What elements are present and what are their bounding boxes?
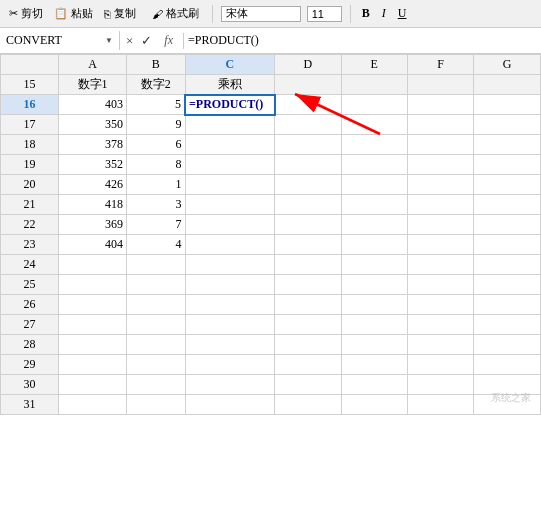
cell[interactable] <box>474 335 541 355</box>
cell[interactable] <box>185 335 275 355</box>
row-header-22[interactable]: 22 <box>1 215 59 235</box>
cell[interactable] <box>185 195 275 215</box>
cell[interactable]: 3 <box>126 195 185 215</box>
cell[interactable]: 418 <box>59 195 127 215</box>
cell[interactable] <box>59 275 127 295</box>
col-header-D[interactable]: D <box>275 55 342 75</box>
cell[interactable] <box>126 255 185 275</box>
row-header-27[interactable]: 27 <box>1 315 59 335</box>
cell[interactable] <box>474 235 541 255</box>
cell[interactable] <box>275 175 342 195</box>
row-header-21[interactable]: 21 <box>1 195 59 215</box>
cell[interactable] <box>407 375 473 395</box>
cell[interactable]: 352 <box>59 155 127 175</box>
row-header-26[interactable]: 26 <box>1 295 59 315</box>
cell[interactable] <box>275 215 342 235</box>
cell[interactable] <box>407 175 473 195</box>
cell[interactable] <box>407 295 473 315</box>
cell[interactable] <box>474 175 541 195</box>
cell[interactable] <box>185 215 275 235</box>
cell[interactable] <box>341 155 407 175</box>
cell[interactable] <box>474 275 541 295</box>
row-header-18[interactable]: 18 <box>1 135 59 155</box>
cell[interactable] <box>185 295 275 315</box>
row-header-20[interactable]: 20 <box>1 175 59 195</box>
font-size-input[interactable] <box>307 6 342 22</box>
cell[interactable] <box>275 355 342 375</box>
cell[interactable] <box>407 235 473 255</box>
cell[interactable] <box>474 195 541 215</box>
col-header-A[interactable]: A <box>59 55 127 75</box>
row-header-16[interactable]: 16 <box>1 95 59 115</box>
cell[interactable] <box>126 275 185 295</box>
cell[interactable] <box>341 375 407 395</box>
paste-button[interactable]: 📋 粘贴 <box>54 6 93 21</box>
cell[interactable] <box>474 375 541 395</box>
col-header-E[interactable]: E <box>341 55 407 75</box>
cell[interactable] <box>341 215 407 235</box>
cell[interactable]: 426 <box>59 175 127 195</box>
cell[interactable]: 7 <box>126 215 185 235</box>
copy-button[interactable]: ⎘ 复制 <box>99 3 141 24</box>
cell[interactable] <box>341 395 407 415</box>
cell[interactable]: =PRODUCT() <box>185 95 275 115</box>
cell[interactable] <box>185 395 275 415</box>
cell[interactable] <box>275 295 342 315</box>
cell[interactable] <box>341 315 407 335</box>
cell[interactable] <box>341 255 407 275</box>
cell[interactable] <box>341 295 407 315</box>
col-header-G[interactable]: G <box>474 55 541 75</box>
cell[interactable] <box>185 355 275 375</box>
cell[interactable] <box>185 375 275 395</box>
cell[interactable] <box>474 135 541 155</box>
cell[interactable]: 5 <box>126 95 185 115</box>
cell[interactable] <box>185 255 275 275</box>
cell[interactable] <box>341 115 407 135</box>
row-header-17[interactable]: 17 <box>1 115 59 135</box>
cell[interactable] <box>474 115 541 135</box>
cell[interactable] <box>126 335 185 355</box>
cell[interactable] <box>407 335 473 355</box>
cell[interactable] <box>275 135 342 155</box>
cell[interactable] <box>275 255 342 275</box>
cell[interactable] <box>185 315 275 335</box>
font-name-input[interactable] <box>221 6 301 22</box>
cell[interactable] <box>407 275 473 295</box>
cell[interactable] <box>59 335 127 355</box>
cell[interactable] <box>59 395 127 415</box>
cell[interactable] <box>275 395 342 415</box>
cell[interactable] <box>59 355 127 375</box>
cell[interactable] <box>341 175 407 195</box>
cell[interactable] <box>407 75 473 95</box>
cell[interactable] <box>275 115 342 135</box>
cell[interactable] <box>407 115 473 135</box>
cell[interactable]: 8 <box>126 155 185 175</box>
cell[interactable] <box>275 75 342 95</box>
cell[interactable] <box>407 195 473 215</box>
cell[interactable] <box>275 195 342 215</box>
row-header-28[interactable]: 28 <box>1 335 59 355</box>
cell[interactable] <box>341 355 407 375</box>
cell[interactable] <box>474 395 541 415</box>
cell[interactable] <box>185 155 275 175</box>
confirm-formula-button[interactable]: ✓ <box>139 33 154 49</box>
cell[interactable] <box>59 315 127 335</box>
formula-input[interactable] <box>184 31 541 50</box>
cell[interactable]: 1 <box>126 175 185 195</box>
cell[interactable] <box>275 95 342 115</box>
cell[interactable] <box>474 295 541 315</box>
row-header-29[interactable]: 29 <box>1 355 59 375</box>
cell[interactable] <box>59 295 127 315</box>
bold-button[interactable]: B <box>359 5 373 22</box>
cell[interactable] <box>185 135 275 155</box>
cell[interactable] <box>474 255 541 275</box>
cell[interactable] <box>185 275 275 295</box>
cancel-formula-button[interactable]: × <box>124 33 135 49</box>
cell[interactable]: 369 <box>59 215 127 235</box>
col-header-C[interactable]: C <box>185 55 275 75</box>
cell[interactable] <box>407 135 473 155</box>
cell[interactable]: 数字2 <box>126 75 185 95</box>
cell[interactable] <box>474 355 541 375</box>
row-header-23[interactable]: 23 <box>1 235 59 255</box>
cell[interactable] <box>341 335 407 355</box>
